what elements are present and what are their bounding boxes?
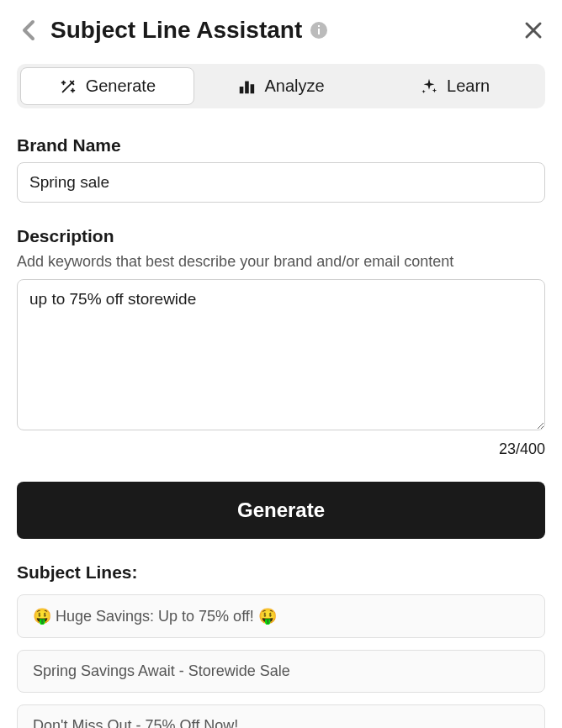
- char-count: 23/400: [17, 440, 545, 458]
- svg-rect-12: [246, 81, 250, 93]
- close-button[interactable]: [522, 18, 545, 42]
- description-hint: Add keywords that best describe your bra…: [17, 253, 545, 271]
- subject-line-result[interactable]: Don't Miss Out - 75% Off Now!: [17, 704, 545, 728]
- subject-line-result[interactable]: Spring Savings Await - Storewide Sale: [17, 650, 545, 693]
- svg-rect-2: [318, 25, 320, 27]
- tab-analyze-label: Analyze: [264, 76, 324, 96]
- tabs: Generate Analyze Learn: [17, 64, 545, 108]
- brand-name-label: Brand Name: [17, 135, 545, 156]
- tab-generate-label: Generate: [86, 76, 156, 96]
- tab-analyze[interactable]: Analyze: [194, 67, 368, 105]
- svg-rect-1: [318, 29, 320, 34]
- description-group: Description Add keywords that best descr…: [17, 226, 545, 458]
- page-title: Subject Line Assistant: [50, 17, 302, 44]
- magic-wand-icon: [59, 77, 77, 96]
- tab-generate[interactable]: Generate: [20, 67, 194, 105]
- tab-learn[interactable]: Learn: [368, 67, 542, 105]
- header: Subject Line Assistant: [17, 17, 545, 44]
- description-label: Description: [17, 226, 545, 246]
- svg-rect-13: [251, 84, 255, 93]
- close-icon: [523, 20, 543, 40]
- results-label: Subject Lines:: [17, 562, 545, 583]
- sparkles-icon: [420, 77, 438, 96]
- tab-learn-label: Learn: [447, 76, 490, 96]
- bar-chart-icon: [237, 77, 256, 96]
- description-input[interactable]: [17, 279, 545, 430]
- page-title-container: Subject Line Assistant: [50, 17, 512, 44]
- info-icon[interactable]: [310, 22, 327, 39]
- back-button[interactable]: [17, 18, 40, 42]
- svg-rect-11: [240, 87, 244, 93]
- chevron-left-icon: [21, 18, 36, 42]
- subject-line-result[interactable]: 🤑 Huge Savings: Up to 75% off! 🤑: [17, 594, 545, 638]
- generate-button[interactable]: Generate: [17, 482, 545, 539]
- brand-name-input[interactable]: [17, 162, 545, 203]
- brand-name-group: Brand Name: [17, 135, 545, 203]
- results-section: Subject Lines: 🤑 Huge Savings: Up to 75%…: [17, 562, 545, 728]
